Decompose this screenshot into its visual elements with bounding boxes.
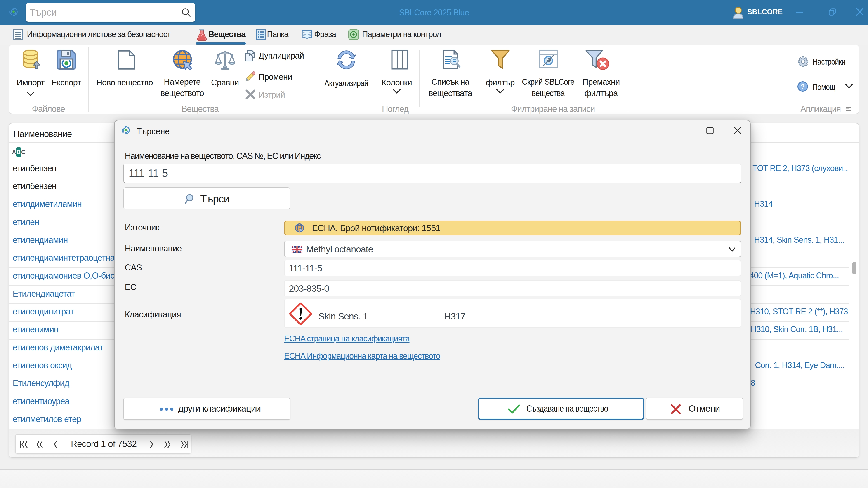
svg-text:?: ? [801,83,805,90]
svg-text:C: C [21,149,25,155]
svg-text:B: B [17,149,21,155]
svg-text:A: A [12,149,16,155]
